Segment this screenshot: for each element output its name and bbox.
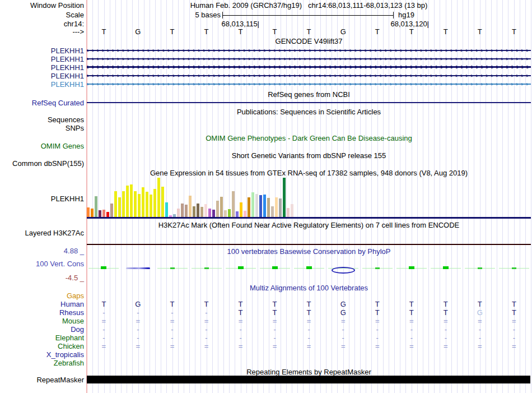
multiz-cell: T	[234, 300, 248, 308]
phylop-negative-ellipse	[332, 267, 355, 274]
gtex-bar	[232, 191, 235, 218]
gtex-bar	[134, 191, 137, 218]
ruler-base: T	[200, 27, 213, 36]
multiz-cell: T	[302, 300, 316, 308]
refseq-title: RefSeq genes from NCBI	[87, 90, 531, 99]
gencode-transcript-row[interactable]: >>>>>>>>>>>>>>>>>>>>>>>>>>>>>>>>>>>>>>>>…	[87, 81, 531, 87]
multiz-cell: -	[234, 325, 248, 334]
h3k27ac-title: H3K27Ac Mark (Often Found Near Active Re…	[87, 221, 531, 229]
h3k27ac-baseline[interactable]	[87, 244, 531, 245]
multiz-cell: -	[405, 325, 418, 334]
phylop-title: 100 vertebrates Basewise Conservation by…	[87, 247, 531, 256]
gtex-bar	[146, 192, 148, 218]
gtex-gene-label[interactable]: PLEKHH1	[0, 195, 84, 203]
ruler-pos-left: 68,013,115|	[203, 20, 259, 28]
gtex-title: Gene Expression in 54 tissues from GTEx …	[87, 169, 531, 177]
multiz-cell: -	[131, 308, 144, 317]
phylop-max-value: 4.88 _	[0, 247, 84, 255]
gtex-bar	[95, 196, 97, 218]
multiz-cell: -	[200, 334, 213, 342]
multiz-cell: -	[337, 334, 350, 342]
omim-genes-label[interactable]: OMIM Genes	[0, 142, 84, 150]
refseq-gene-line[interactable]	[87, 102, 531, 103]
refseq-curated-label[interactable]: RefSeq Curated	[0, 99, 84, 107]
repeatmasker-label[interactable]: RepeatMasker	[0, 376, 84, 384]
multiz-species-label[interactable]: Chicken	[0, 342, 84, 350]
gtex-bar	[102, 210, 105, 218]
multiz-cell: =	[439, 342, 452, 350]
multiz-gaps-label[interactable]: Gaps	[0, 292, 84, 300]
multiz-cell: T	[200, 300, 213, 308]
gtex-bar	[150, 195, 152, 218]
ruler-base: T	[303, 27, 315, 36]
ruler-base: T	[474, 27, 486, 36]
gencode-transcript-label[interactable]: PLEKHH1	[0, 63, 84, 72]
gtex-bar	[267, 198, 270, 218]
gencode-transcript-label[interactable]: PLEKHH1	[0, 55, 84, 63]
gencode-transcript-row[interactable]: >>>>>>>>>>>>>>>>>>>>>>>>>>>>>>>>>>>>>>>>…	[87, 56, 531, 62]
multiz-cell: =	[166, 342, 179, 350]
multiz-cell: -	[371, 334, 384, 342]
multiz-cell: =	[97, 342, 110, 350]
multiz-species-label[interactable]: Human	[0, 300, 84, 308]
sequences-label[interactable]: Sequences	[0, 115, 84, 124]
multiz-species-label[interactable]: Zebrafish	[0, 359, 84, 367]
phylop-min-value: -4.5 _	[0, 274, 84, 282]
multiz-cell: T	[97, 300, 110, 308]
multiz-species-label[interactable]: Rhesus	[0, 308, 84, 317]
multiz-cell: -	[507, 325, 521, 334]
multiz-cell: -	[473, 325, 487, 334]
multiz-cell: =	[302, 317, 316, 325]
phylop-negative-smear	[126, 267, 150, 269]
ruler-base: T	[166, 27, 179, 36]
phylop-small-mark	[204, 267, 209, 269]
phylop-positive-mark	[306, 266, 312, 269]
multiz-cell: =	[371, 342, 384, 350]
gtex-bar	[200, 207, 203, 218]
phylop-small-mark	[375, 267, 380, 269]
gtex-bar	[130, 184, 133, 218]
multiz-cell: T	[166, 300, 179, 308]
multiz-species-label[interactable]: X_tropicalis	[0, 350, 84, 359]
position-title: Human Feb. 2009 (GRCh37/hg19) chr14:68,0…	[87, 1, 531, 10]
multiz-cell: T	[507, 308, 521, 317]
gtex-bar	[212, 210, 215, 218]
multiz-cell: =	[405, 342, 418, 350]
multiz-cell: T	[439, 300, 452, 308]
gencode-transcript-row[interactable]: >>>>>>>>>>>>>>>>>>>>>>>>>>>>>>>>>>>>>>>>…	[87, 48, 531, 53]
scale-value: 5 bases	[165, 11, 221, 19]
snps-label[interactable]: SNPs	[0, 124, 84, 132]
ruler-pos-right: 68,013,120|	[373, 20, 429, 28]
multiz-species-label[interactable]: Mouse	[0, 317, 84, 325]
gtex-bar	[114, 191, 117, 218]
multiz-cell: -	[371, 325, 384, 334]
gencode-title: GENCODE V49lift37	[87, 37, 531, 45]
multiz-species-label[interactable]: Dog	[0, 325, 84, 334]
gtex-bar	[291, 204, 293, 218]
multiz-species-label[interactable]: Elephant	[0, 334, 84, 342]
chrom-label: chr14:	[0, 20, 84, 28]
multiz-cell: -	[166, 308, 179, 317]
repeatmasker-bar[interactable]	[87, 376, 530, 383]
h3k27ac-label[interactable]: Layered H3K27Ac	[0, 229, 84, 237]
gencode-transcript-row[interactable]: >>>>>>>>>>>>>>>>>>>>>>>>>>>>>>>>>>>>>>>>…	[87, 64, 531, 70]
multiz-cell: T	[439, 308, 452, 317]
strand-arrow: --->	[0, 27, 84, 36]
gencode-transcript-row[interactable]: >>>>>>>>>>>>>>>>>>>>>>>>>>>>>>>>>>>>>>>>…	[87, 73, 531, 78]
multiz-cell: T	[234, 308, 248, 317]
multiz-cell: -	[166, 334, 179, 342]
multiz-cell: -	[97, 308, 110, 317]
multiz-cell: -	[200, 325, 213, 334]
gencode-transcript-label[interactable]: PLEKHH1	[0, 72, 84, 80]
genome-browser: Window Position Human Feb. 2009 (GRCh37/…	[0, 0, 532, 393]
scale-label: Scale	[0, 11, 84, 19]
gencode-transcript-label[interactable]: PLEKHH1	[0, 47, 84, 55]
gtex-bar	[161, 187, 164, 218]
scale-bar-left-tick	[222, 12, 223, 19]
dbsnp-label[interactable]: Common dbSNP(155)	[0, 159, 84, 168]
gencode-transcript-label[interactable]: PLEKHH1	[0, 80, 84, 89]
phylop-label[interactable]: 100 Vert. Cons	[0, 260, 84, 268]
gtex-bar	[177, 209, 180, 218]
multiz-cell: =	[371, 317, 384, 325]
multiz-cell: =	[405, 317, 418, 325]
